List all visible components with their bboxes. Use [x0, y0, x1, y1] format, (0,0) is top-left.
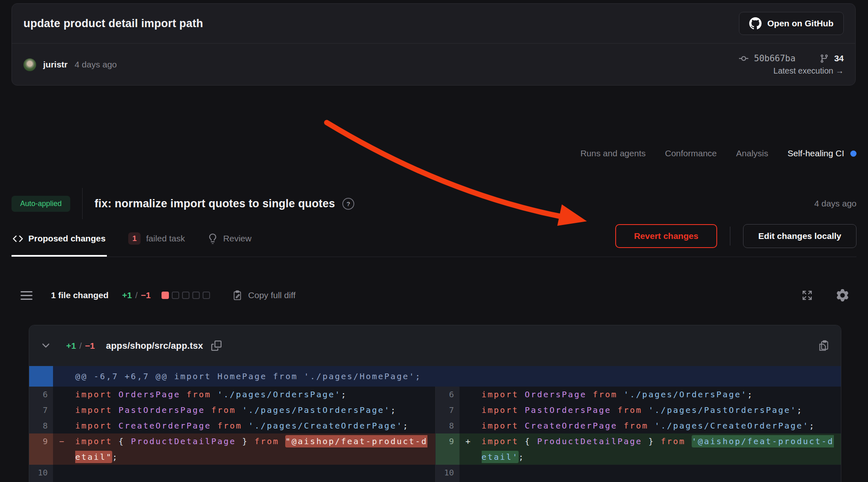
- copy-path-icon[interactable]: [203, 341, 222, 351]
- hunk-header-text: @@ -6,7 +6,7 @@ import HomePage from './…: [53, 366, 421, 387]
- code-text: import CreateOrderPage from './pages/Cre…: [70, 418, 435, 433]
- diff-pane-new: 6import OrdersPage from './pages/OrdersP…: [435, 387, 841, 482]
- code-icon: [13, 234, 23, 244]
- diff-toolbar: 1 file changed +1 / −1 Copy full diff: [21, 283, 849, 308]
- line-number: 10: [436, 465, 459, 480]
- tab-failed-task[interactable]: 1 failed task: [127, 222, 186, 257]
- nav-item-conformance[interactable]: Conformance: [665, 148, 717, 158]
- nav-item-self-healing-ci[interactable]: Self-healing CI: [787, 148, 856, 158]
- vertical-divider: [82, 188, 83, 219]
- nav-item-runs-and-agents[interactable]: Runs and agents: [580, 148, 646, 158]
- line-number: 6: [436, 387, 459, 402]
- auto-applied-badge: Auto-applied: [12, 196, 70, 212]
- latest-execution-link[interactable]: Latest execution →: [773, 66, 844, 76]
- diff-block-empty: [182, 292, 189, 299]
- clipboard-icon: [232, 290, 243, 301]
- stats-separator: /: [135, 290, 138, 300]
- copy-file-diff-icon[interactable]: [817, 340, 830, 352]
- commit-author: juristr: [43, 60, 68, 70]
- diff-blocks-indicator: [162, 292, 210, 299]
- line-number: 8: [436, 418, 459, 433]
- nav-item-label: Analysis: [736, 148, 768, 158]
- commit-hash: 50b667ba: [754, 53, 795, 63]
- fix-tabs-bar: Proposed changes 1 failed task Review Re…: [12, 222, 856, 257]
- code-text: [70, 465, 435, 480]
- diff-line-old-6: 6import OrdersPage from './pages/OrdersP…: [29, 387, 435, 402]
- code-text: import PastOrdersPage from './pages/Past…: [70, 402, 435, 418]
- branch-runs-group[interactable]: 34: [820, 53, 844, 63]
- file-deletions: −1: [85, 341, 95, 351]
- tab-proposed-changes-label: Proposed changes: [28, 234, 106, 243]
- button-divider: [730, 227, 730, 246]
- nav-item-label: Runs and agents: [580, 148, 646, 158]
- chevron-down-icon[interactable]: [40, 340, 51, 351]
- github-icon: [749, 17, 762, 30]
- diff-block-empty: [172, 292, 179, 299]
- code-text: import PastOrdersPage from './pages/Past…: [477, 402, 841, 418]
- fix-time: 4 days ago: [814, 199, 856, 209]
- diff-line-old-9: 9−import { ProductDetailPage } from "@ai…: [29, 433, 435, 465]
- help-icon[interactable]: ?: [342, 198, 354, 210]
- gear-icon[interactable]: [836, 289, 849, 301]
- git-branch-icon: [820, 54, 829, 63]
- diff-block-empty: [192, 292, 200, 299]
- tab-review-label: Review: [223, 234, 252, 243]
- expand-icon[interactable]: [801, 289, 813, 301]
- active-indicator-dot: [850, 151, 856, 157]
- avatar: [23, 58, 36, 71]
- diff-block-deletion: [162, 292, 169, 299]
- menu-icon[interactable]: [21, 291, 32, 300]
- line-number: 9: [436, 433, 459, 465]
- diff-sign: −: [53, 433, 70, 465]
- tab-proposed-changes[interactable]: Proposed changes: [12, 222, 107, 257]
- copy-full-diff-button[interactable]: Copy full diff: [232, 290, 295, 301]
- line-number: 6: [29, 387, 53, 402]
- failed-task-count-badge: 1: [128, 232, 141, 245]
- line-number: 8: [29, 418, 53, 433]
- open-on-github-label: Open on GitHub: [767, 19, 833, 28]
- file-stats-separator: /: [79, 341, 82, 351]
- diff-line-old-10: 10: [29, 465, 435, 480]
- files-changed-label: 1 file changed: [51, 290, 108, 300]
- commit-title-row: update product detail import path Open o…: [12, 4, 855, 44]
- diff-block-empty: [203, 292, 210, 299]
- deletions-count: −1: [141, 290, 151, 300]
- file-header: +1 / −1 apps/shop/src/app.tsx: [29, 325, 841, 366]
- code-text: import { ProductDetailPage } from "@aish…: [70, 433, 435, 465]
- code-text: import OrdersPage from './pages/OrdersPa…: [477, 387, 841, 402]
- line-number: 9: [29, 433, 53, 465]
- nav-item-label: Self-healing CI: [787, 148, 844, 158]
- diff-line-old-7: 7import PastOrdersPage from './pages/Pas…: [29, 402, 435, 418]
- hunk-gutter-block: [29, 366, 53, 387]
- diff-line-old-8: 8import CreateOrderPage from './pages/Cr…: [29, 418, 435, 433]
- hunk-header: @@ -6,7 +6,7 @@ import HomePage from './…: [29, 366, 841, 387]
- diff-line-new-6: 6import OrdersPage from './pages/OrdersP…: [436, 387, 841, 402]
- open-on-github-button[interactable]: Open on GitHub: [739, 12, 844, 35]
- diff-sign: [459, 402, 477, 418]
- commit-hash-group[interactable]: 50b667ba: [739, 53, 795, 63]
- diff-sign: [459, 465, 477, 480]
- commit-meta-right: 50b667ba 34 Latest execution →: [739, 53, 844, 76]
- file-stats: +1 / −1: [66, 341, 95, 351]
- diff-sign: [53, 465, 70, 480]
- line-number: 7: [29, 402, 53, 418]
- top-nav: Runs and agentsConformanceAnalysisSelf-h…: [580, 144, 856, 163]
- copy-full-diff-label: Copy full diff: [248, 290, 295, 300]
- diff-sign: [459, 418, 477, 433]
- commit-card: update product detail import path Open o…: [12, 3, 856, 86]
- code-text: [477, 465, 841, 480]
- tab-review[interactable]: Review: [206, 222, 253, 257]
- fix-header-row: Auto-applied fix: normalize import quote…: [12, 188, 856, 220]
- run-count: 34: [834, 53, 844, 63]
- commit-time: 4 days ago: [75, 60, 117, 70]
- diff-card: +1 / −1 apps/shop/src/app.tsx @@ -6,7 +6…: [29, 325, 841, 482]
- diff-sign: [459, 387, 477, 402]
- file-additions: +1: [66, 341, 76, 351]
- diff-line-new-9: 9+import { ProductDetailPage } from '@ai…: [436, 433, 841, 465]
- edit-changes-locally-button[interactable]: Edit changes locally: [743, 224, 856, 248]
- diff-sign: +: [459, 433, 477, 465]
- nav-item-analysis[interactable]: Analysis: [736, 148, 768, 158]
- commit-meta-row: juristr 4 days ago 50b667ba 34 Latest ex…: [12, 44, 855, 86]
- diff-sign: [53, 402, 70, 418]
- revert-changes-button[interactable]: Revert changes: [615, 224, 717, 248]
